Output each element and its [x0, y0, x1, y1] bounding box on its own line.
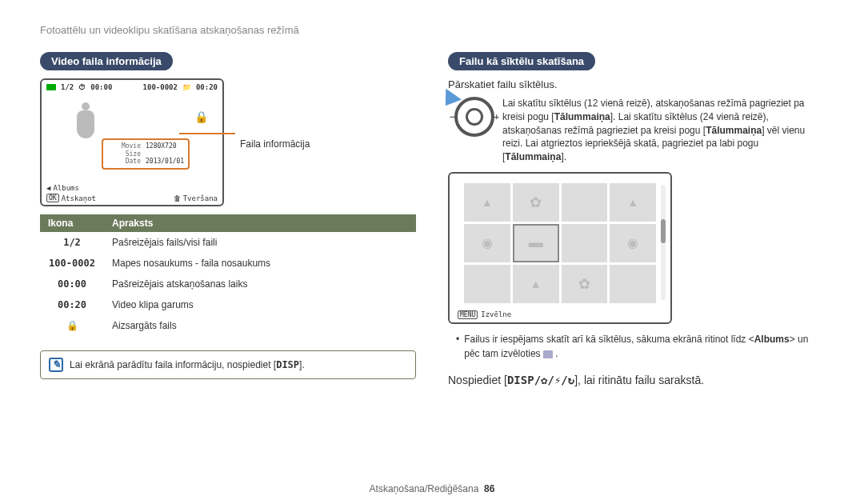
thumbnail — [610, 265, 656, 303]
thumbnail — [562, 265, 608, 303]
movie-size-value: 1280X720 — [146, 142, 177, 158]
dial-minus-icon: − — [450, 112, 454, 122]
page-footer: Atskaņošana/Rediģēšana 86 — [0, 483, 864, 494]
thumbnail-inline-icon — [543, 350, 553, 358]
date-value: 2013/01/01 — [146, 158, 184, 166]
footer-label: Atskaņošana/Rediģēšana — [370, 483, 479, 494]
camera-screen-wrap: 1/2 ⏱ 00:00 100-0002 📁 00:20 🔒 — [40, 78, 416, 206]
thumbnail-grid — [464, 183, 656, 303]
thumbnail — [464, 224, 510, 262]
section-title-right: Failu kā sīktēlu skatīšana — [448, 52, 595, 70]
th-desc: Apraksts — [104, 214, 416, 232]
table-row: 🔒 Aizsargāts fails — [40, 315, 416, 336]
icon-cell: 1/2 — [40, 232, 104, 253]
right-column: Failu kā sīktēlu skatīšana Pārskatiet fa… — [448, 52, 824, 386]
desc-cell: Aizsargāts fails — [104, 315, 416, 336]
zoom-dial-icon: − + — [454, 97, 494, 137]
right-intro: Pārskatiet failu sīktēlus. — [448, 78, 824, 90]
icon-cell: 00:00 — [40, 274, 104, 294]
play-label: Atskaņot — [62, 194, 96, 202]
desc-cell: Pašreizējais fails/visi faili — [104, 232, 416, 253]
note-box: ✎ Lai ekrānā parādītu faila informāciju,… — [40, 350, 416, 379]
dial-description: Lai skatītu sīktēlus (12 vienā reizē), a… — [502, 97, 824, 164]
desc-cell: Pašreizējais atskaņošanas laiks — [104, 274, 416, 294]
clock-icon: ⏱ — [78, 83, 86, 91]
final-instruction: Nospiediet [DISP/✿/⚡/↻], lai ritinātu fa… — [448, 374, 824, 386]
file-index: 1/2 — [61, 83, 74, 91]
thumbnail — [513, 183, 559, 222]
time-total: 00:20 — [196, 83, 218, 91]
dial-plus-icon: + — [494, 112, 499, 122]
desc-cell: Video klipa garums — [104, 294, 416, 315]
nav-buttons-icons: DISP/✿/⚡/↻ — [507, 374, 574, 386]
thumbnail — [562, 183, 608, 222]
screen-bottombar: ◀ Albums OK Atskaņot 🗑 Tveršana — [42, 182, 222, 205]
folder-file: 100-0002 — [143, 83, 178, 91]
note-text: Lai ekrānā parādītu faila informāciju, n… — [70, 359, 305, 370]
menu-key-icon: MENU — [458, 310, 478, 319]
ok-key-icon: OK — [46, 194, 59, 202]
menu-label: Izvēlne — [481, 310, 511, 318]
dial-row: − + Lai skatītu sīktēlus (12 vienā reizē… — [448, 97, 824, 164]
thumbnail — [562, 224, 608, 262]
icon-cell: 🔒 — [40, 315, 104, 336]
desc-cell: Mapes nosaukums - faila nosaukums — [104, 253, 416, 274]
table-row: 00:20 Video klipa garums — [40, 294, 416, 315]
thumb-bottom-bar: MENU Izvēlne — [458, 310, 511, 319]
icon-cell: 100-0002 — [40, 253, 104, 274]
capture-label: Tveršana — [183, 194, 218, 202]
thumbnail-scrollbar — [661, 185, 666, 300]
movie-size-label: Movie Size — [107, 142, 141, 158]
thumbnail — [610, 224, 656, 262]
trash-icon: 🗑 — [174, 194, 181, 202]
thumbnail-selected — [513, 224, 559, 262]
thumbnail — [464, 265, 510, 303]
left-arrow-icon: ◀ — [46, 184, 50, 192]
section-title-left: Video faila informācija — [40, 52, 173, 70]
table-row: 00:00 Pašreizējais atskaņošanas laiks — [40, 274, 416, 294]
dancer-silhouette — [74, 102, 98, 146]
date-label: Date — [107, 158, 141, 166]
main-columns: Video faila informācija 1/2 ⏱ 00:00 100-… — [40, 52, 824, 386]
icon-description-table: Ikona Apraksts 1/2 Pašreizējais fails/vi… — [40, 214, 416, 336]
table-row: 1/2 Pašreizējais fails/visi faili — [40, 232, 416, 253]
page-number: 86 — [484, 483, 494, 494]
thumbnail — [610, 183, 656, 222]
table-row: 100-0002 Mapes nosaukums - faila nosauku… — [40, 253, 416, 274]
time-current: 00:00 — [90, 83, 112, 91]
thumbnail — [464, 183, 510, 222]
info-popup: Movie Size 1280X720 Date 2013/01/01 — [102, 138, 190, 170]
bullet-note: • Failus ir iespējams skatīt arī kā sīkt… — [456, 332, 824, 361]
bullet-icon: • — [456, 332, 459, 361]
lock-icon: 🔒 — [194, 110, 208, 123]
thumbnail — [513, 265, 559, 303]
video-icon — [46, 84, 56, 90]
screen-topbar: 1/2 ⏱ 00:00 100-0002 📁 00:20 — [42, 80, 222, 94]
left-column: Video faila informācija 1/2 ⏱ 00:00 100-… — [40, 52, 416, 386]
folder-icon: 📁 — [182, 83, 191, 91]
note-icon: ✎ — [49, 358, 63, 372]
th-icon: Ikona — [40, 214, 104, 232]
screen-body: 🔒 Movie Size 1280X720 Date 2013/01/01 — [42, 94, 222, 166]
icon-cell: 00:20 — [40, 294, 104, 315]
page-header: Fotoattēlu un videoklipu skatīšana atska… — [40, 24, 824, 36]
thumbnail-screen: MENU Izvēlne — [448, 172, 672, 324]
camera-screen: 1/2 ⏱ 00:00 100-0002 📁 00:20 🔒 — [40, 78, 224, 206]
callout-line — [179, 133, 235, 134]
albums-label: Albums — [53, 184, 79, 192]
bullet-text: Failus ir iespējams skatīt arī kā sīktēl… — [464, 332, 824, 361]
info-callout-label: Faila informācija — [240, 138, 310, 150]
